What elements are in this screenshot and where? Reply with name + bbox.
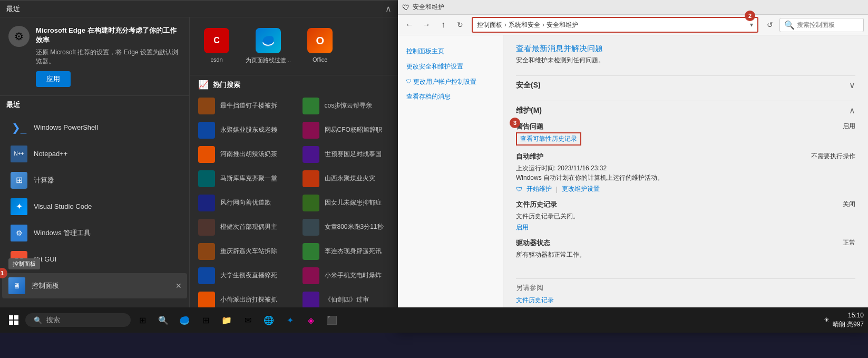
file-history-status: 关闭 bbox=[813, 200, 855, 209]
start-maint-link[interactable]: 开始维护 bbox=[526, 185, 552, 193]
fire-icon: 📈 bbox=[198, 80, 209, 90]
hot-item-7[interactable]: 马斯库库克齐聚一堂 bbox=[190, 167, 294, 191]
file-history-title: 文件历史记录 bbox=[516, 200, 813, 209]
hot-item-17[interactable]: 小偷派出所打探被抓 bbox=[190, 288, 294, 307]
chrome-icon[interactable]: 🌐 bbox=[259, 311, 278, 330]
check-title-link[interactable]: 查看最新消息并解决问题 bbox=[516, 44, 603, 54]
hot-item-4[interactable]: 网易CFO杨昭旭辞职 bbox=[294, 118, 398, 142]
pinned-item-control-panel[interactable]: 🖥 控制面板 bbox=[2, 273, 187, 298]
hot-thumb-6 bbox=[303, 146, 319, 163]
reliability-history-link[interactable]: 查看可靠性历史记录 bbox=[516, 132, 581, 146]
hot-item-5[interactable]: 河南推出胡辣汤奶茶 bbox=[190, 142, 294, 167]
also-see-title: 另请参阅 bbox=[516, 283, 855, 293]
recent-section-label: 最近 bbox=[0, 96, 189, 114]
hot-item-13[interactable]: 重庆辟遥火车站拆除 bbox=[190, 239, 294, 264]
dev-icon[interactable]: ◈ bbox=[301, 311, 320, 330]
section-security: 安全(S) ∨ bbox=[516, 75, 855, 94]
gear-icon: ⚙ bbox=[8, 26, 30, 47]
up-button[interactable]: ↑ bbox=[436, 17, 451, 32]
breadcrumb-bar: 2 控制面板 › 系统和安全 › 安全和维护 ▾ bbox=[472, 17, 758, 33]
hot-item-2[interactable]: cos步惊云帮寻亲 bbox=[294, 94, 398, 118]
quick-launch: C csdn 为页面路线过渡... O Office bbox=[190, 17, 398, 75]
breadcrumb-control-panel[interactable]: 控制面板 bbox=[477, 21, 502, 30]
collapse-button[interactable]: ∧ bbox=[385, 4, 392, 14]
breadcrumb-security-maintenance[interactable]: 安全和维护 bbox=[547, 21, 578, 30]
mail-icon[interactable]: ✉ bbox=[238, 311, 257, 330]
notepad-label: Notepad++ bbox=[34, 150, 67, 158]
hot-thumb-18 bbox=[303, 292, 319, 307]
search-label: 搜索 bbox=[46, 315, 60, 325]
recent-item-powershell[interactable]: ❯_ Windows PowerShell bbox=[2, 115, 187, 140]
explorer-icon[interactable]: 📁 bbox=[217, 311, 236, 330]
cp-sidebar: 控制面板主页 更改安全和维护设置 🛡 更改用户帐户控制设置 查看存档的消息 bbox=[398, 35, 503, 333]
search-input[interactable] bbox=[797, 21, 859, 28]
hot-item-10[interactable]: 因女儿未嫁患抑郁症 bbox=[294, 191, 398, 215]
change-maint-link[interactable]: 更改维护设置 bbox=[562, 185, 600, 193]
warning-status: 启用 bbox=[813, 122, 855, 131]
remote-icon[interactable]: ⬛ bbox=[323, 311, 342, 330]
breadcrumb-dropdown-icon[interactable]: ▾ bbox=[750, 21, 753, 28]
hot-item-11[interactable]: 橙健次首部现偶男主 bbox=[190, 215, 294, 239]
hot-item-1[interactable]: 最牛挡道钉子楼被拆 bbox=[190, 94, 294, 118]
shield-icon: 🛡 bbox=[406, 78, 412, 85]
taskbar-search[interactable]: 🔍 搜索 bbox=[25, 313, 131, 327]
hot-item-text-11: 橙健次首部现偶男主 bbox=[220, 223, 286, 231]
hot-item-14[interactable]: 李连杰现身辟遥死讯 bbox=[294, 239, 398, 264]
hot-item-text-16: 小米手机充电时爆炸 bbox=[325, 272, 390, 280]
hot-item-15[interactable]: 大学生彻夜直播猝死 bbox=[190, 264, 294, 288]
hot-item-8[interactable]: 山西永聚煤业火灾 bbox=[294, 167, 398, 191]
vscode-taskbar-icon[interactable]: ✦ bbox=[280, 311, 299, 330]
hot-item-18[interactable]: 《仙剑四》过审 bbox=[294, 288, 398, 307]
desktop: 全部 应用 文档 网页 更多 ▾ 9 ··· ✕ 最近 ∧ bbox=[0, 0, 868, 333]
cp-title-text: 安全和维护 bbox=[413, 3, 864, 12]
breadcrumb-system-security[interactable]: 系统和安全 bbox=[509, 21, 540, 30]
maintenance-section-header[interactable]: 维护(M) ∧ bbox=[516, 101, 855, 120]
hot-thumb-5 bbox=[198, 146, 215, 163]
hot-item-text-6: 世预赛国足对战泰国 bbox=[325, 150, 390, 159]
sidebar-link-archived[interactable]: 查看存档的消息 bbox=[398, 89, 503, 104]
notepadpp-icon: N++ bbox=[11, 146, 27, 162]
recent-item-calc[interactable]: ⊞ 计算器 bbox=[2, 168, 187, 193]
refresh-button[interactable]: ↻ bbox=[453, 17, 467, 32]
enable-file-history-link[interactable]: 启用 bbox=[516, 223, 529, 232]
reload-button[interactable]: ↺ bbox=[763, 17, 777, 32]
hot-thumb-13 bbox=[198, 243, 215, 260]
hot-item-text-17: 小偷派出所打探被抓 bbox=[220, 296, 286, 304]
security-section-header[interactable]: 安全(S) ∨ bbox=[516, 76, 855, 94]
recent-item-notepad[interactable]: N++ Notepad++ bbox=[2, 141, 187, 167]
security-toggle-icon: ∨ bbox=[849, 80, 855, 90]
start-button[interactable] bbox=[4, 311, 23, 330]
hot-item-9[interactable]: 风行网向善优道歉 bbox=[190, 191, 294, 215]
hot-item-12[interactable]: 女童800米跑3分11秒 bbox=[294, 215, 398, 239]
quick-item-csdn[interactable]: C csdn bbox=[198, 24, 235, 69]
search-cp[interactable]: 🔍 bbox=[779, 18, 864, 32]
recent-section-header: 最近 ∧ bbox=[0, 1, 398, 17]
sidebar-link-user-account[interactable]: 🛡 更改用户帐户控制设置 bbox=[398, 74, 503, 90]
hot-item-6[interactable]: 世预赛国足对战泰国 bbox=[294, 142, 398, 167]
sidebar-link-home[interactable]: 控制面板主页 bbox=[398, 44, 503, 59]
apply-button[interactable]: 应用 bbox=[36, 71, 71, 87]
drive-status-desc: 所有驱动器都正常工作。 bbox=[516, 250, 813, 259]
edge-taskbar-icon[interactable] bbox=[175, 311, 194, 330]
powershell-label: Windows PowerShell bbox=[34, 123, 98, 131]
forward-button[interactable]: → bbox=[419, 17, 434, 32]
hot-item-16[interactable]: 小米手机充电时爆炸 bbox=[294, 264, 398, 288]
task-view-button[interactable]: ⊞ bbox=[133, 311, 152, 330]
sidebar-link-change-security[interactable]: 更改安全和维护设置 bbox=[398, 59, 503, 74]
recent-item-wmgr[interactable]: ⚙ Windows 管理工具 bbox=[2, 220, 187, 246]
search-icon: 🔍 bbox=[784, 20, 795, 30]
warning-row-left: 警告问题 查看可靠性历史记录 bbox=[516, 122, 813, 146]
hot-thumb-17 bbox=[198, 292, 215, 307]
back-button[interactable]: ← bbox=[402, 17, 417, 32]
clock: 15:10 晴朗:亮997 bbox=[833, 311, 864, 329]
file-history-also-link[interactable]: 文件历史记录 bbox=[516, 296, 855, 305]
recent-item-vscode[interactable]: ✦ Visual Studio Code bbox=[2, 194, 187, 219]
pinned-item-close[interactable]: ✕ bbox=[175, 282, 182, 290]
quick-item-office[interactable]: O Office bbox=[301, 24, 338, 69]
office-icon: O bbox=[307, 28, 333, 53]
hot-item-3[interactable]: 永聚媒业股东成老赖 bbox=[190, 118, 294, 142]
search-taskbar-icon[interactable]: 🔍 bbox=[154, 311, 173, 330]
auto-maint-title: 自动维护 bbox=[516, 152, 811, 161]
windows-icon-taskbar[interactable]: ⊞ bbox=[196, 311, 215, 330]
quick-item-edge[interactable]: 为页面路线过渡... bbox=[241, 24, 295, 69]
